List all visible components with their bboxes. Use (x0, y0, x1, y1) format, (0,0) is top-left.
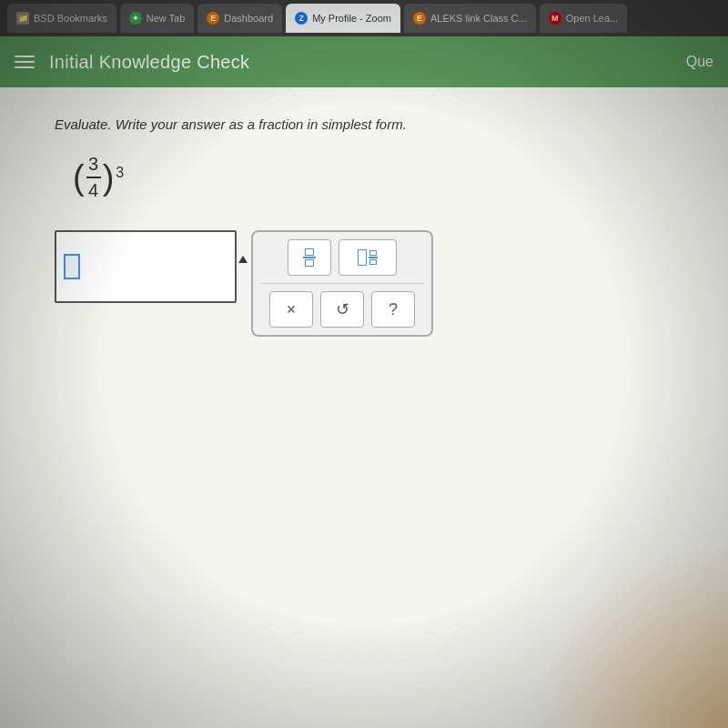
hamburger-line-3 (15, 66, 35, 68)
hamburger-line-1 (15, 56, 35, 57)
mixed-frac-top (369, 250, 377, 256)
exponent: 3 (116, 165, 124, 181)
paren-close: ) (103, 160, 115, 195)
tab-newtab[interactable]: ✦ New Tab (120, 4, 195, 33)
clear-icon: × (287, 300, 297, 319)
tab-openlea[interactable]: M Open Lea... (540, 4, 628, 33)
mixed-icon-box (358, 249, 367, 266)
mixed-frac-line (369, 257, 378, 258)
tab-newtab-icon: ✦ (129, 12, 142, 25)
frac-icon-top (305, 248, 314, 256)
fraction-denominator: 4 (86, 178, 101, 201)
tab-bsd-label: BSD Bookmarks (34, 13, 107, 24)
answer-section: × ↺ ? (55, 230, 673, 337)
fraction: 3 4 (86, 154, 101, 201)
main-content: Initial Knowledge Check Que Evaluate. Wr… (0, 36, 728, 728)
frac-icon-bottom (305, 259, 314, 267)
tool-divider (260, 283, 424, 284)
help-icon: ? (389, 300, 398, 319)
undo-button[interactable]: ↺ (320, 291, 364, 328)
background-glow (528, 546, 728, 728)
tab-bsd-icon: 📁 (16, 12, 29, 25)
hamburger-line-2 (15, 61, 35, 63)
fraction-expression: ( 3 4 ) 3 (73, 154, 124, 201)
hamburger-menu-button[interactable] (15, 56, 35, 68)
mixed-number-icon (358, 249, 378, 266)
answer-cursor (64, 254, 80, 279)
tab-bsd[interactable]: 📁 BSD Bookmarks (7, 4, 116, 33)
mixed-frac-bottom (369, 259, 377, 265)
tab-zoom[interactable]: Z My Profile - Zoom (286, 4, 400, 33)
tab-openlea-icon: M (549, 12, 561, 25)
fraction-icon (303, 248, 316, 267)
header-right-label: Que (686, 54, 713, 70)
tab-newtab-label: New Tab (147, 13, 186, 24)
undo-icon: ↺ (336, 299, 349, 319)
answer-input-box[interactable] (55, 230, 237, 303)
mixed-number-button[interactable] (339, 239, 397, 276)
paren-open: ( (73, 160, 85, 195)
tool-row-actions: × ↺ ? (260, 291, 424, 328)
content-area: Evaluate. Write your answer as a fractio… (0, 87, 728, 728)
tab-aleks-icon: E (413, 12, 426, 25)
tab-dashboard-label: Dashboard (224, 13, 273, 24)
tab-dashboard-icon: E (207, 12, 219, 25)
fraction-button[interactable] (288, 239, 331, 276)
fraction-numerator: 3 (86, 154, 101, 178)
tab-zoom-icon: Z (295, 12, 308, 25)
tab-aleks[interactable]: E ALEKS link Class C... (404, 4, 536, 33)
clear-button[interactable]: × (269, 291, 313, 328)
page-title: Initial Knowledge Check (49, 52, 249, 73)
app-header: Initial Knowledge Check Que (0, 36, 728, 87)
tab-aleks-label: ALEKS link Class C... (430, 13, 527, 24)
tool-panel: × ↺ ? (251, 230, 433, 337)
mixed-frac (369, 250, 378, 265)
browser-tab-bar: 📁 BSD Bookmarks ✦ New Tab E Dashboard Z … (0, 0, 728, 36)
frac-icon-line (303, 257, 316, 258)
tab-zoom-label: My Profile - Zoom (312, 13, 391, 24)
instruction-text: Evaluate. Write your answer as a fractio… (55, 116, 673, 132)
math-expression: ( 3 4 ) 3 (73, 154, 673, 201)
tab-openlea-label: Open Lea... (566, 13, 619, 24)
tool-row-fractions (260, 239, 424, 276)
tab-dashboard[interactable]: E Dashboard (197, 4, 282, 33)
help-button[interactable]: ? (371, 291, 415, 328)
